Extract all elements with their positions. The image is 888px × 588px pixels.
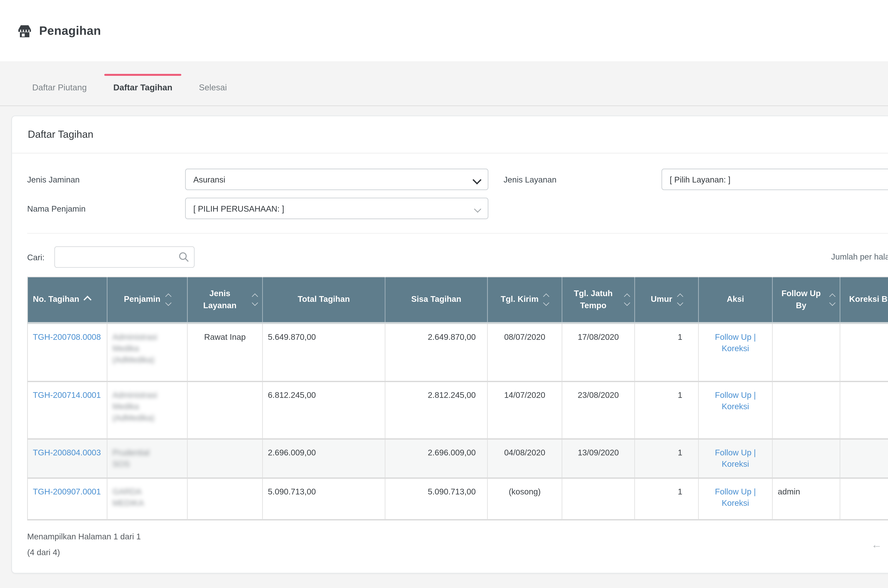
table-row: TGH-200907.0001 GARDA MEDIKA 5.090.713,0… (27, 478, 888, 520)
koreksi-link[interactable]: Koreksi (722, 401, 749, 411)
total-tagihan-value: 6.812.245,00 (268, 390, 316, 399)
summary-line-2: (4 dari 4) (27, 544, 141, 560)
nama-penjamin-label: Nama Penjamin (27, 204, 185, 213)
koreksi-link[interactable]: Koreksi (722, 459, 749, 468)
col-penjamin[interactable]: Penjamin (107, 277, 187, 323)
umur-value: 1 (678, 390, 682, 399)
tab-label: Daftar Tagihan (113, 83, 173, 92)
page-size-control: Jumlah per halaman: 10 (831, 250, 888, 264)
table-footer: Menampilkan Halaman 1 dari 1 (4 dari 4) … (27, 529, 888, 561)
search-wrap: Cari: (27, 246, 195, 268)
nama-penjamin-value: [ PILIH PERUSAHAAN: ] (194, 204, 284, 213)
follow-up-link[interactable]: Follow Up (715, 332, 751, 342)
umur-value: 1 (678, 487, 682, 496)
action-separator: | (754, 332, 756, 342)
no-tagihan-link[interactable]: TGH-200804.0003 (33, 447, 101, 457)
sort-icon (678, 294, 682, 305)
sisa-tagihan-value: 2.649.870,00 (428, 332, 476, 342)
umur-value: 1 (678, 332, 682, 342)
jenis-layanan-select[interactable]: [ Pilih Layanan: ] (661, 169, 888, 190)
tab-label: Daftar Piutang (32, 83, 87, 92)
tab-bar: Daftar Piutang Daftar Tagihan Selesai (0, 61, 888, 106)
follow-up-link[interactable]: Follow Up (715, 447, 751, 457)
sort-icon (544, 294, 549, 305)
col-tgl-jatuh-tempo[interactable]: Tgl. Jatuh Tempo (562, 277, 634, 323)
page-title: Penagihan (39, 24, 101, 38)
col-sisa-tagihan: Sisa Tagihan (385, 277, 487, 323)
card-body: Jenis Jaminan Asuransi Jenis Layanan [ P… (12, 153, 888, 573)
tagihan-table: No. Tagihan Penjamin Jenis Layanan Total… (27, 277, 888, 520)
penjamin-blurred-text: Administrasi Medika (AdMedika) (113, 389, 164, 424)
jenis-jaminan-select[interactable]: Asuransi (185, 169, 488, 190)
page: Penagihan Daftar Piutang Daftar Tagihan … (0, 0, 888, 588)
chevron-down-icon (473, 176, 481, 184)
col-follow-up-by[interactable]: Follow Up By (772, 277, 840, 323)
table-row: TGH-200804.0003 Prudential SOS 2.696.009… (27, 439, 888, 478)
follow-up-by-value: admin (778, 487, 800, 496)
search-label: Cari: (27, 252, 45, 262)
tgl-kirim-value: 04/08/2020 (504, 447, 545, 457)
no-tagihan-link[interactable]: TGH-200907.0001 (33, 487, 101, 496)
action-separator: | (754, 447, 756, 457)
total-tagihan-value: 5.090.713,00 (268, 487, 316, 496)
col-tgl-kirim[interactable]: Tgl. Kirim (487, 277, 562, 323)
follow-up-link[interactable]: Follow Up (715, 487, 751, 496)
no-tagihan-link[interactable]: TGH-200708.0008 (33, 332, 101, 342)
jenis-layanan-label: Jenis Layanan (503, 175, 661, 184)
sort-asc-icon (84, 296, 92, 304)
tab-label: Selesai (199, 83, 227, 92)
sisa-tagihan-value: 2.696.009,00 (428, 447, 476, 457)
col-total-tagihan: Total Tagihan (263, 277, 385, 323)
prev-page-arrow[interactable]: ← (871, 539, 882, 550)
tgl-jatuh-tempo-value: 23/08/2020 (578, 390, 619, 399)
penjamin-blurred-text: GARDA MEDIKA (113, 486, 164, 509)
table-header: No. Tagihan Penjamin Jenis Layanan Total… (27, 277, 888, 323)
action-separator: | (754, 487, 756, 496)
action-separator: | (754, 390, 756, 399)
col-koreksi-by[interactable]: Koreksi By (840, 277, 888, 323)
penjamin-blurred-text: Prudential SOS (113, 447, 164, 470)
daftar-tagihan-card: Daftar Tagihan Jenis Jaminan Asuransi Je… (11, 116, 888, 574)
top-bar: Penagihan (0, 0, 888, 61)
jenis-jaminan-label: Jenis Jaminan (27, 175, 185, 184)
jenis-jaminan-value: Asuransi (194, 175, 225, 184)
tab-daftar-piutang[interactable]: Daftar Piutang (23, 74, 96, 92)
sisa-tagihan-value: 5.090.713,00 (428, 487, 476, 496)
penjamin-blurred-text: Administrasi Medika (AdMedika) (113, 332, 164, 366)
col-no-tagihan[interactable]: No. Tagihan (27, 277, 107, 323)
chevron-down-icon (474, 206, 481, 213)
tgl-kirim-value: (kosong) (509, 487, 541, 496)
tgl-jatuh-tempo-value: 13/09/2020 (578, 447, 619, 457)
store-icon (18, 24, 32, 38)
umur-value: 1 (678, 447, 682, 457)
card-header: Daftar Tagihan (12, 116, 888, 154)
sort-icon (625, 294, 629, 305)
nama-penjamin-select[interactable]: [ PILIH PERUSAHAAN: ] (185, 198, 488, 219)
tab-daftar-tagihan[interactable]: Daftar Tagihan (104, 74, 181, 92)
jenis-layanan-value: Rawat Inap (204, 332, 246, 342)
col-jenis-layanan[interactable]: Jenis Layanan (187, 277, 263, 323)
filters-section: Jenis Jaminan Asuransi Jenis Layanan [ P… (27, 169, 888, 234)
no-tagihan-link[interactable]: TGH-200714.0001 (33, 390, 101, 399)
koreksi-link[interactable]: Koreksi (722, 498, 749, 508)
search-input[interactable] (55, 246, 195, 268)
table-row: TGH-200714.0001 Administrasi Medika (AdM… (27, 381, 888, 439)
col-umur[interactable]: Umur (634, 277, 698, 323)
koreksi-link[interactable]: Koreksi (722, 344, 749, 353)
summary-line-1: Menampilkan Halaman 1 dari 1 (27, 529, 141, 545)
sisa-tagihan-value: 2.812.245,00 (428, 390, 476, 399)
tgl-jatuh-tempo-value: 17/08/2020 (578, 332, 619, 342)
pagination-summary: Menampilkan Halaman 1 dari 1 (4 dari 4) (27, 529, 141, 561)
sort-icon (830, 294, 835, 305)
tgl-kirim-value: 14/07/2020 (504, 390, 545, 399)
table-body: TGH-200708.0008 Administrasi Medika (AdM… (27, 323, 888, 520)
sort-icon (166, 294, 170, 305)
total-tagihan-value: 5.649.870,00 (268, 332, 316, 342)
follow-up-link[interactable]: Follow Up (715, 390, 751, 399)
tgl-kirim-value: 08/07/2020 (504, 332, 545, 342)
search-box (55, 246, 195, 268)
sort-icon (253, 294, 257, 305)
tab-selesai[interactable]: Selesai (190, 74, 236, 92)
table-row: TGH-200708.0008 Administrasi Medika (AdM… (27, 323, 888, 381)
jenis-layanan-value: [ Pilih Layanan: ] (670, 175, 730, 184)
